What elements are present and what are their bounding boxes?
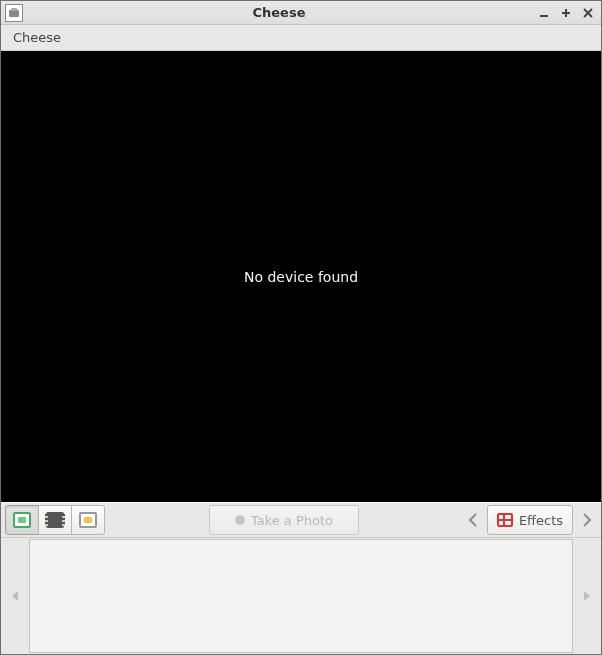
svg-rect-0 [9, 10, 19, 17]
window-title: Cheese [23, 5, 535, 20]
chevron-left-icon [468, 513, 478, 527]
effects-prev-button[interactable] [463, 505, 483, 535]
effects-next-button[interactable] [577, 505, 597, 535]
thumbnail-area [29, 539, 573, 653]
maximize-icon [561, 8, 571, 18]
menubar: Cheese [1, 25, 601, 51]
camera-viewport: No device found [1, 51, 601, 502]
thumbnail-strip [1, 538, 601, 654]
video-icon [46, 512, 64, 528]
thumb-prev-button[interactable] [1, 538, 29, 654]
mode-group [5, 505, 105, 535]
svg-rect-1 [11, 8, 17, 11]
app-window: Cheese Cheese No device found [0, 0, 602, 655]
toolbar: Take a Photo Effects [1, 502, 601, 538]
viewport-message: No device found [244, 269, 358, 285]
triangle-right-icon [584, 591, 590, 601]
mode-burst-button[interactable] [71, 505, 105, 535]
mode-video-button[interactable] [38, 505, 72, 535]
close-button[interactable] [579, 4, 597, 22]
effects-label: Effects [519, 513, 563, 528]
close-icon [583, 8, 593, 18]
burst-icon [79, 512, 97, 528]
window-controls [535, 4, 597, 22]
titlebar: Cheese [1, 1, 601, 25]
toolbar-center: Take a Photo [109, 505, 459, 535]
effects-icon [497, 513, 513, 527]
take-photo-button[interactable]: Take a Photo [209, 505, 359, 535]
take-photo-label: Take a Photo [251, 513, 333, 528]
effects-button[interactable]: Effects [487, 505, 573, 535]
svg-marker-8 [584, 591, 590, 601]
photo-icon [13, 512, 31, 528]
svg-rect-2 [540, 15, 548, 17]
mode-photo-button[interactable] [5, 505, 39, 535]
chevron-right-icon [582, 513, 592, 527]
app-icon [5, 4, 23, 22]
svg-marker-7 [12, 591, 18, 601]
minimize-button[interactable] [535, 4, 553, 22]
menu-cheese[interactable]: Cheese [7, 28, 67, 47]
minimize-icon [539, 8, 549, 18]
record-icon [235, 515, 245, 525]
maximize-button[interactable] [557, 4, 575, 22]
thumb-next-button[interactable] [573, 538, 601, 654]
triangle-left-icon [12, 591, 18, 601]
